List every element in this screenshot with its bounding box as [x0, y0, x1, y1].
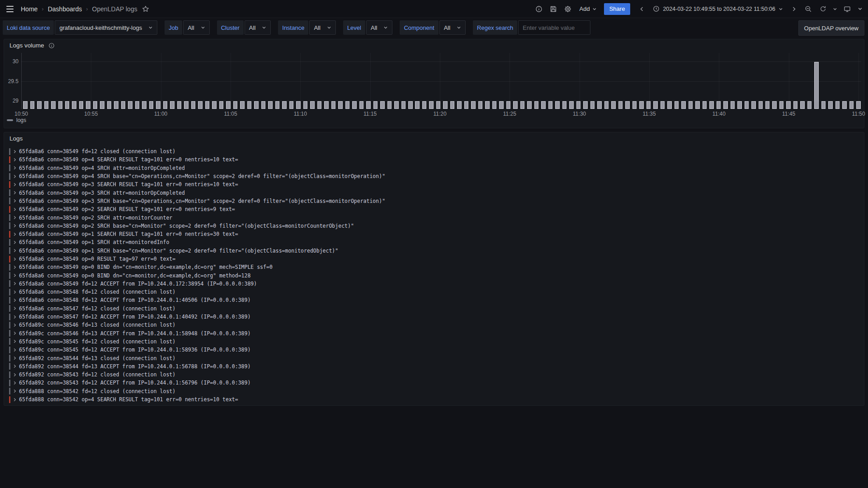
expand-chevron-icon[interactable] [12, 323, 18, 327]
expand-chevron-icon[interactable] [12, 265, 18, 269]
volume-bar [506, 101, 511, 109]
expand-chevron-icon[interactable] [12, 240, 18, 244]
log-level-bar-unknown [9, 355, 10, 361]
variable-value-select[interactable]: All [366, 20, 392, 35]
log-row[interactable]: 65fda8a6 conn=38549 op=2 SRCH base="cn=M… [9, 222, 860, 230]
expand-chevron-icon[interactable] [12, 150, 18, 154]
log-row[interactable]: 65fda888 conn=38542 op=4 SEARCH RESULT t… [9, 395, 860, 404]
variable-value-select[interactable]: All [309, 20, 335, 35]
log-row[interactable]: 65fda8a6 conn=38549 op=3 SRCH base="cn=O… [9, 197, 860, 205]
log-row[interactable]: 65fda8a6 conn=38549 op=4 SRCH base="cn=O… [9, 172, 860, 180]
tv-mode-button[interactable] [841, 3, 854, 15]
log-row[interactable]: 65fda89c conn=38545 fd=12 ACCEPT from IP… [9, 346, 860, 354]
expand-chevron-icon[interactable] [12, 364, 18, 368]
help-icon[interactable] [533, 3, 545, 15]
refresh-interval-dropdown[interactable] [831, 3, 839, 15]
expand-chevron-icon[interactable] [12, 339, 18, 343]
log-row[interactable]: 65fda89c conn=38545 fd=12 closed (connec… [9, 338, 860, 346]
expand-chevron-icon[interactable] [12, 389, 18, 393]
volume-bar [373, 101, 378, 109]
expand-chevron-icon[interactable] [12, 315, 18, 319]
volume-bar [849, 101, 854, 109]
share-button[interactable]: Share [604, 3, 631, 15]
log-row[interactable]: 65fda8a6 conn=38549 op=1 SRCH base="cn=M… [9, 247, 860, 255]
log-row[interactable]: 65fda8a6 conn=38549 op=1 SRCH attr=monit… [9, 238, 860, 246]
log-row[interactable]: 65fda8a6 conn=38549 fd=12 ACCEPT from IP… [9, 280, 860, 288]
expand-chevron-icon[interactable] [12, 174, 18, 178]
expand-chevron-icon[interactable] [12, 306, 18, 310]
log-row[interactable]: 65fda8a6 conn=38549 op=1 SEARCH RESULT t… [9, 230, 860, 238]
log-row[interactable]: 65fda8a6 conn=38548 fd=12 closed (connec… [9, 288, 860, 296]
expand-chevron-icon[interactable] [12, 224, 18, 228]
regex-search-input[interactable] [518, 20, 590, 35]
expand-chevron-icon[interactable] [12, 381, 18, 385]
log-row[interactable]: 65fda8a6 conn=38549 op=0 BIND dn="cn=mon… [9, 271, 860, 279]
openldap-overview-link[interactable]: OpenLDAP overview [798, 20, 864, 36]
collapse-nav-chevron[interactable] [855, 3, 864, 15]
volume-bar [86, 101, 90, 109]
log-row[interactable]: 65fda8a6 conn=38549 fd=12 closed (connec… [9, 147, 860, 155]
breadcrumb-home[interactable]: Home [21, 5, 38, 13]
expand-chevron-icon[interactable] [12, 373, 18, 377]
expand-chevron-icon[interactable] [12, 249, 18, 253]
variable-datasource-select[interactable]: grafanacloud-keithschmitty-logs [55, 20, 157, 35]
chart-legend[interactable]: logs [7, 117, 26, 123]
expand-chevron-icon[interactable] [12, 290, 18, 294]
log-row[interactable]: 65fda892 conn=38543 fd=12 closed (connec… [9, 371, 860, 379]
expand-chevron-icon[interactable] [12, 207, 18, 211]
expand-chevron-icon[interactable] [12, 183, 18, 187]
log-row[interactable]: 65fda8a6 conn=38549 op=3 SRCH attr=monit… [9, 188, 860, 197]
expand-chevron-icon[interactable] [12, 216, 18, 220]
logs-panel-header[interactable]: Logs [9, 135, 23, 142]
expand-chevron-icon[interactable] [12, 158, 18, 162]
time-shift-back-button[interactable] [636, 3, 648, 15]
log-row[interactable]: 65fda8a6 conn=38549 op=0 BIND dn="cn=mon… [9, 263, 860, 271]
refresh-button[interactable] [816, 3, 829, 15]
expand-chevron-icon[interactable] [12, 166, 18, 170]
expand-chevron-icon[interactable] [12, 356, 18, 360]
log-row[interactable]: 65fda892 conn=38544 fd=13 ACCEPT from IP… [9, 362, 860, 371]
variable-value-select[interactable]: All [245, 20, 271, 35]
log-row[interactable]: 65fda89c conn=38546 fd=13 ACCEPT from IP… [9, 329, 860, 338]
volume-bar [51, 101, 56, 109]
expand-chevron-icon[interactable] [12, 257, 18, 261]
expand-chevron-icon[interactable] [12, 348, 18, 352]
expand-chevron-icon[interactable] [12, 191, 18, 195]
volume-bar [114, 101, 118, 109]
log-row[interactable]: 65fda8a6 conn=38549 op=4 SEARCH RESULT t… [9, 155, 860, 164]
log-row[interactable]: 65fda8a6 conn=38547 fd=12 ACCEPT from IP… [9, 313, 860, 321]
variable-value-select[interactable]: All [439, 20, 466, 35]
log-row[interactable]: 65fda8a6 conn=38547 fd=12 closed (connec… [9, 305, 860, 313]
time-range-picker[interactable]: 2024-03-22 10:49:55 to 2024-03-22 11:50:… [650, 3, 786, 15]
log-level-bar-error [9, 156, 10, 163]
expand-chevron-icon[interactable] [12, 298, 18, 302]
breadcrumb-dashboards[interactable]: Dashboards [48, 5, 82, 13]
volume-bar [156, 101, 160, 109]
expand-chevron-icon[interactable] [12, 232, 18, 236]
settings-gear-icon[interactable] [561, 3, 574, 15]
log-row[interactable]: 65fda8a6 conn=38549 op=2 SRCH attr=monit… [9, 213, 860, 221]
log-row[interactable]: 65fda892 conn=38543 fd=12 ACCEPT from IP… [9, 379, 860, 387]
log-row[interactable]: 65fda8a6 conn=38549 op=2 SEARCH RESULT t… [9, 205, 860, 213]
log-row[interactable]: 65fda8a6 conn=38548 fd=12 ACCEPT from IP… [9, 296, 860, 304]
log-row[interactable]: 65fda89c conn=38546 fd=13 closed (connec… [9, 321, 860, 329]
zoom-out-button[interactable] [802, 3, 815, 15]
star-icon[interactable] [139, 3, 152, 15]
log-row[interactable]: 65fda8a6 conn=38549 op=4 SRCH attr=monit… [9, 164, 860, 172]
expand-chevron-icon[interactable] [12, 273, 18, 277]
menu-icon[interactable] [4, 3, 16, 15]
volume-bar [79, 101, 84, 109]
save-icon[interactable] [547, 3, 560, 15]
log-row[interactable]: 65fda8a6 conn=38549 op=3 SEARCH RESULT t… [9, 180, 860, 188]
expand-chevron-icon[interactable] [12, 398, 18, 402]
expand-chevron-icon[interactable] [12, 282, 18, 286]
time-shift-forward-button[interactable] [788, 3, 800, 15]
x-axis-tick-label: 11:00 [154, 111, 167, 117]
variable-value-select[interactable]: All [183, 20, 209, 35]
log-row[interactable]: 65fda892 conn=38544 fd=13 closed (connec… [9, 354, 860, 362]
log-row[interactable]: 65fda8a6 conn=38549 op=0 RESULT tag=97 e… [9, 255, 860, 263]
expand-chevron-icon[interactable] [12, 331, 18, 335]
add-button[interactable]: Add [576, 3, 600, 15]
expand-chevron-icon[interactable] [12, 199, 18, 203]
log-row[interactable]: 65fda888 conn=38542 fd=12 closed (connec… [9, 387, 860, 395]
